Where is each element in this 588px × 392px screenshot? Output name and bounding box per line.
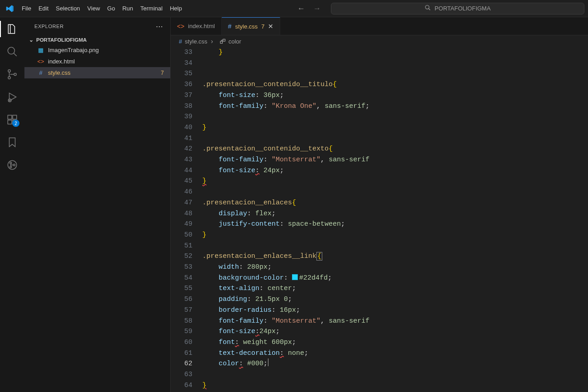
code-line[interactable]: 44 font-size: 24px;: [171, 165, 588, 176]
extensions-badge: 2: [12, 120, 19, 127]
code-line[interactable]: 63: [171, 369, 588, 380]
breadcrumb-file: style.css: [185, 38, 207, 45]
code-line[interactable]: 45}: [171, 176, 588, 187]
code-line[interactable]: 34: [171, 58, 588, 69]
sidebar-more-icon[interactable]: ⋯: [156, 22, 164, 31]
code-line[interactable]: 46: [171, 187, 588, 198]
line-content: width: 280px;: [202, 262, 272, 273]
code-line[interactable]: 48 display: flex;: [171, 208, 588, 219]
code-line[interactable]: 53 width: 280px;: [171, 262, 588, 273]
svg-rect-17: [220, 41, 223, 44]
menu-item-view[interactable]: View: [84, 3, 104, 14]
code-line[interactable]: 61 text-decoration: none;: [171, 348, 588, 359]
tab-modified-count: 7: [261, 23, 264, 30]
html-file-icon: <>: [37, 58, 44, 65]
code-line[interactable]: 37 font-size: 36px;: [171, 90, 588, 101]
code-line[interactable]: 35: [171, 68, 588, 79]
problems-count: 7: [161, 70, 170, 76]
code-line[interactable]: 57 border-radius: 16px;: [171, 305, 588, 316]
tab-label: style.css: [235, 23, 258, 30]
activity-run-debug-icon[interactable]: [6, 91, 19, 103]
line-number: 37: [171, 90, 202, 101]
line-content: font-size: 24px;: [202, 165, 284, 176]
breadcrumb-symbol: color: [229, 38, 241, 45]
svg-rect-9: [8, 115, 12, 119]
line-number: 40: [171, 122, 202, 133]
code-line[interactable]: 62 color: #000;: [171, 358, 588, 369]
title-bar: FileEditSelectionViewGoRunTerminalHelp ←…: [0, 0, 588, 17]
code-line[interactable]: 56 padding: 21.5px 0;: [171, 294, 588, 305]
line-number: 53: [171, 262, 202, 273]
svg-point-0: [425, 5, 429, 9]
svg-point-16: [13, 164, 15, 166]
code-line[interactable]: 59 font-size:24px;: [171, 326, 588, 337]
folder-header[interactable]: ⌄ PORTAFOLIOFIGMA: [24, 35, 170, 44]
line-number: 51: [171, 241, 202, 252]
code-line[interactable]: 54 background-color: #22d4fd;: [171, 273, 588, 284]
line-content: }: [202, 47, 223, 58]
file-row[interactable]: ▦ImagenTrabajo.png: [24, 44, 170, 56]
line-number: 58: [171, 316, 202, 327]
editor-tabs: <>index.html#style.css7✕: [171, 17, 588, 35]
chevron-down-icon: ⌄: [28, 37, 34, 43]
activity-search-icon[interactable]: [6, 45, 19, 58]
activity-git-graph-icon[interactable]: [6, 159, 19, 171]
menu-item-edit[interactable]: Edit: [35, 3, 52, 14]
activity-explorer-icon[interactable]: [6, 23, 19, 35]
activity-bookmark-icon[interactable]: [6, 136, 19, 149]
code-line[interactable]: 43 font-family: "Montserrat", sans-serif: [171, 155, 588, 165]
code-line[interactable]: 33 }: [171, 47, 588, 58]
activity-extensions-icon[interactable]: 2: [6, 113, 19, 126]
code-line[interactable]: 51: [171, 241, 588, 252]
code-line[interactable]: 42.presentacion__contenido__texto{: [171, 144, 588, 155]
menu-item-help[interactable]: Help: [166, 3, 186, 14]
code-line[interactable]: 58 font-family: "Montserrat", sans-serif: [171, 316, 588, 327]
code-line[interactable]: 41: [171, 133, 588, 144]
editor-tab[interactable]: <>index.html: [171, 17, 222, 35]
editor-tab[interactable]: #style.css7✕: [222, 17, 281, 35]
code-line[interactable]: 50}: [171, 230, 588, 241]
line-content: font-size:24px;: [202, 326, 280, 337]
menu-item-selection[interactable]: Selection: [52, 3, 83, 14]
file-row[interactable]: <>index.html: [24, 56, 170, 67]
menu-item-go[interactable]: Go: [104, 3, 119, 14]
main-area: 2 EXPLORER ⋯ ⌄ PORTAFOLIOFIGMA ▦ImagenTr…: [0, 17, 588, 392]
code-line[interactable]: 47.presentacion__enlaces{: [171, 198, 588, 208]
tab-label: index.html: [188, 23, 215, 29]
nav-forward-icon[interactable]: →: [313, 4, 321, 13]
code-line[interactable]: 38 font-family: "Krona One", sans-serif;: [171, 101, 588, 112]
code-editor[interactable]: 33 }343536.presentacion__contenido__titu…: [171, 47, 588, 392]
line-number: 63: [171, 369, 202, 380]
editor-area: <>index.html#style.css7✕ # style.css › c…: [171, 17, 588, 392]
code-line[interactable]: 49 justify-content: space-between;: [171, 219, 588, 230]
folder-name: PORTAFOLIOFIGMA: [36, 37, 87, 43]
menu-item-run[interactable]: Run: [119, 3, 137, 14]
menu-item-file[interactable]: File: [18, 3, 35, 14]
command-center-search[interactable]: PORTAFOLIOFIGMA: [331, 3, 584, 15]
code-line[interactable]: 52.presentacion__enlaces__link{: [171, 251, 588, 262]
code-line[interactable]: 55 text-align: center;: [171, 283, 588, 294]
line-number: 57: [171, 305, 202, 316]
activity-source-control-icon[interactable]: [6, 68, 19, 81]
navigation-arrows: ← →: [297, 4, 321, 13]
nav-back-icon[interactable]: ←: [297, 4, 305, 13]
code-line[interactable]: 39: [171, 111, 588, 122]
code-line[interactable]: 64}: [171, 380, 588, 391]
code-line[interactable]: 60 font: weight 600px;: [171, 337, 588, 348]
close-icon[interactable]: ✕: [268, 23, 273, 30]
line-content: .presentacion__enlaces__link{: [202, 251, 322, 262]
html-file-icon: <>: [177, 23, 184, 30]
code-line[interactable]: 40}: [171, 122, 588, 133]
line-content: font-family: "Montserrat", sans-serif: [202, 316, 369, 327]
svg-rect-11: [8, 120, 12, 124]
svg-line-1: [429, 9, 430, 10]
code-line[interactable]: 36.presentacion__contenido__titulo{: [171, 79, 588, 90]
file-row[interactable]: #style.css7: [24, 67, 170, 78]
breadcrumbs[interactable]: # style.css › color: [171, 35, 588, 47]
svg-rect-10: [13, 115, 17, 119]
menu-item-terminal[interactable]: Terminal: [137, 3, 166, 14]
line-content: color: #000;: [202, 358, 268, 369]
sidebar-header: EXPLORER ⋯: [24, 17, 170, 35]
line-number: 41: [171, 133, 202, 144]
menu-bar: FileEditSelectionViewGoRunTerminalHelp: [18, 3, 186, 14]
